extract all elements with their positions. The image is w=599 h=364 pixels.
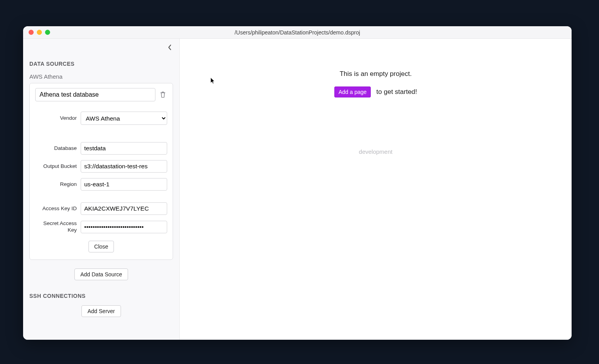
empty-project-text: This is an empty project. [339, 70, 411, 78]
output-bucket-input[interactable] [81, 160, 167, 173]
maximize-window-icon[interactable] [45, 30, 50, 35]
vendor-select[interactable]: AWS Athena [81, 112, 167, 125]
region-input[interactable] [81, 178, 167, 191]
app-content: DATA SOURCES AWS Athena Vendor AWS Athen… [23, 39, 572, 340]
trash-icon [160, 91, 166, 98]
access-key-id-input[interactable] [81, 202, 167, 215]
data-source-type-label: AWS Athena [29, 73, 173, 80]
data-source-card: Vendor AWS Athena Database Output Bucket [29, 83, 173, 260]
add-page-button[interactable]: Add a page [334, 86, 371, 97]
window-controls [23, 30, 50, 35]
add-data-source-button[interactable]: Add Data Source [74, 268, 128, 280]
minimize-window-icon[interactable] [37, 30, 42, 35]
database-input[interactable] [81, 142, 167, 155]
titlebar: /Users/philipeaton/DataStationProjects/d… [23, 26, 572, 39]
main-pane: This is an empty project. Add a page to … [180, 39, 572, 340]
add-page-row: Add a page to get started! [334, 86, 417, 97]
ssh-connections-heading: SSH CONNECTIONS [29, 293, 173, 299]
data-sources-heading: DATA SOURCES [29, 61, 173, 67]
data-source-name-input[interactable] [35, 88, 155, 101]
app-window: /Users/philipeaton/DataStationProjects/d… [23, 26, 572, 340]
secret-access-key-label: Secret Access Key [35, 220, 81, 234]
add-server-button[interactable]: Add Server [81, 305, 121, 317]
secret-access-key-input[interactable] [81, 221, 167, 233]
database-label: Database [35, 145, 81, 152]
region-label: Region [35, 181, 81, 188]
close-window-icon[interactable] [29, 30, 34, 35]
access-key-id-label: Access Key ID [35, 205, 81, 212]
close-button[interactable]: Close [88, 241, 114, 252]
collapse-sidebar-button[interactable] [165, 43, 175, 53]
add-page-suffix: to get started! [376, 88, 417, 96]
vendor-label: Vendor [35, 115, 81, 122]
output-bucket-label: Output Bucket [35, 163, 81, 170]
sidebar: DATA SOURCES AWS Athena Vendor AWS Athen… [23, 39, 180, 340]
window-title: /Users/philipeaton/DataStationProjects/d… [23, 29, 572, 36]
chevron-left-icon [168, 44, 172, 52]
development-label: development [359, 148, 393, 155]
delete-data-source-button[interactable] [159, 90, 167, 99]
